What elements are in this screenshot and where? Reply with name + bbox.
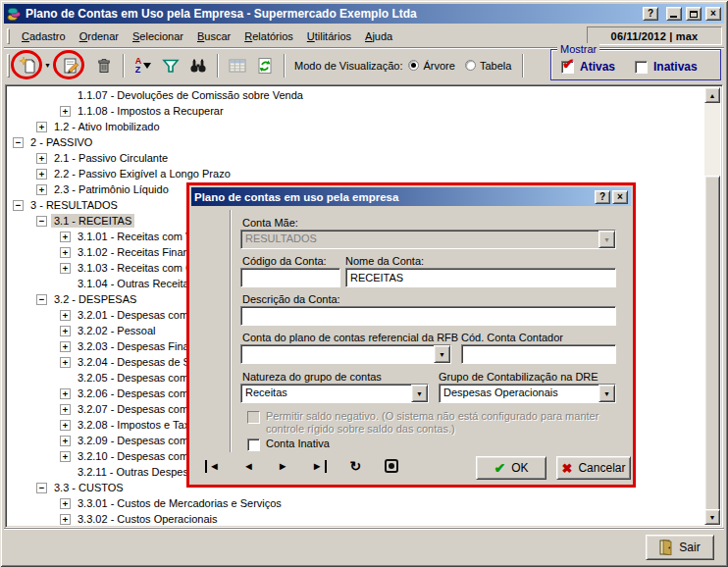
cancel-label: Cancelar	[578, 461, 625, 475]
expand-icon[interactable]: +	[60, 436, 71, 446]
cancel-button[interactable]: ✖ Cancelar	[556, 456, 631, 480]
menu-item-buscar[interactable]: Buscar	[190, 27, 237, 45]
collapse-icon[interactable]: −	[13, 200, 24, 211]
descricao-input[interactable]	[240, 306, 616, 326]
sort-button[interactable]: AZ	[130, 52, 157, 79]
expand-icon[interactable]: +	[60, 247, 71, 258]
expand-icon[interactable]: +	[60, 326, 71, 336]
new-dropdown-arrow[interactable]: ▼	[42, 52, 53, 79]
refresh-button[interactable]	[251, 52, 279, 79]
expand-icon[interactable]: +	[60, 514, 71, 525]
post-record-icon[interactable]	[385, 459, 398, 473]
menu-item-relatorios[interactable]: Relatórios	[237, 27, 300, 45]
dialog-help-button[interactable]: ?	[595, 190, 610, 204]
delete-account-button[interactable]	[90, 52, 118, 79]
table-icon	[228, 56, 247, 76]
filter-button[interactable]	[157, 52, 184, 79]
nome-input[interactable]	[345, 268, 616, 287]
tree-item[interactable]: +2.2 - Passivo Exigível a Longo Prazo	[8, 166, 704, 181]
maximize-button[interactable]	[686, 7, 702, 21]
app-icon	[7, 7, 22, 22]
refresh-record-icon[interactable]: ↻	[350, 460, 362, 473]
saldo-negativo-checkbox: Permitir saldo negativo. (O sistema não …	[247, 410, 618, 436]
tree-item[interactable]: +1.1.08 - Impostos a Recuperar	[8, 103, 704, 119]
menu-item-ordenar[interactable]: Ordenar	[73, 27, 126, 45]
dre-combo[interactable]: Despesas Operacionais ▼	[439, 384, 616, 403]
tree-item-label: 3.2.08 - Impostos e Taxa	[75, 418, 198, 432]
new-account-button[interactable]	[15, 52, 42, 79]
tree-item-label: 3.2.07 - Despesas com F	[75, 402, 201, 416]
tree-item-label: 3.2.09 - Despesas com P	[75, 434, 202, 447]
tree-scrollbar[interactable]: ▲ ▼	[704, 87, 720, 525]
edit-icon	[61, 56, 80, 76]
check-icon: ✔	[494, 460, 505, 476]
minimize-button[interactable]	[666, 7, 682, 21]
sair-button[interactable]: Sair	[646, 535, 714, 560]
expand-icon[interactable]: +	[36, 122, 47, 132]
chevron-down-icon[interactable]: ▼	[598, 385, 615, 402]
search-button[interactable]	[184, 52, 212, 79]
expand-icon[interactable]: +	[36, 184, 47, 195]
dialog-close-button[interactable]: ×	[612, 190, 628, 204]
expand-icon[interactable]: +	[60, 498, 71, 509]
tree-item[interactable]: +2.1 - Passivo Circulante	[8, 150, 704, 166]
collapse-icon[interactable]: −	[36, 216, 47, 227]
table-view-button[interactable]	[224, 52, 251, 79]
tree-item[interactable]: 1.1.07 - Devoluções de Comissão sobre Ve…	[8, 87, 704, 103]
view-mode-label: Modo de Visualização:	[294, 60, 402, 72]
menu-item-selecionar[interactable]: Selecionar	[126, 27, 190, 45]
scrollbar-thumb[interactable]	[704, 176, 720, 511]
scroll-up-icon[interactable]: ▲	[704, 87, 720, 103]
x-icon: ✖	[562, 461, 573, 476]
collapse-icon[interactable]: −	[13, 137, 24, 148]
expand-icon[interactable]: +	[60, 357, 71, 368]
collapse-icon[interactable]: −	[36, 294, 47, 305]
menu-item-cadastro[interactable]: Cadastro	[15, 27, 73, 45]
tree-item[interactable]: −2 - PASSIVO	[8, 134, 704, 150]
nome-label: Nome da Conta:	[345, 255, 424, 267]
door-icon	[659, 540, 673, 555]
inativas-checkbox[interactable]	[635, 61, 648, 74]
expand-icon[interactable]: +	[60, 404, 71, 415]
chevron-down-icon[interactable]: ▼	[434, 345, 450, 363]
first-record-icon[interactable]: ◄	[205, 460, 220, 473]
expand-icon[interactable]: +	[60, 310, 71, 321]
natureza-combo[interactable]: Receitas ▼	[240, 384, 429, 403]
tree-item[interactable]: +3.3.01 - Custos de Mercadorias e Serviç…	[8, 495, 704, 511]
ok-button[interactable]: ✔ OK	[476, 456, 546, 480]
expand-icon[interactable]: +	[60, 106, 71, 117]
tree-item[interactable]: +3.3.02 - Custos Operacionais	[8, 511, 704, 525]
toolbar-grip[interactable]	[7, 54, 10, 77]
expand-icon[interactable]: +	[60, 232, 71, 242]
edit-account-button[interactable]	[57, 52, 84, 79]
ativas-checkbox[interactable]: ✔	[561, 61, 574, 74]
next-record-icon[interactable]: ►	[278, 460, 288, 473]
last-record-icon[interactable]: ►	[312, 460, 327, 473]
expand-icon[interactable]: +	[60, 341, 71, 352]
close-button[interactable]: ×	[705, 7, 721, 21]
rfb-combo[interactable]: ▼	[240, 344, 451, 364]
tree-item[interactable]: +1.2 - Ativo Imobilizado	[8, 119, 704, 134]
expand-icon[interactable]: +	[60, 420, 71, 431]
tree-item-label: 1.1.07 - Devoluções de Comissão sobre Ve…	[75, 88, 306, 102]
scroll-down-icon[interactable]: ▼	[704, 509, 720, 525]
help-button[interactable]: ?	[643, 7, 658, 21]
conta-inativa-checkbox[interactable]: Conta Inativa	[247, 438, 330, 451]
contador-input[interactable]	[461, 344, 616, 364]
expand-icon[interactable]: +	[60, 451, 71, 462]
radio-arvore[interactable]: Árvore	[408, 60, 454, 72]
expand-icon[interactable]: +	[60, 388, 71, 399]
menu-item-utilitarios[interactable]: Utilitários	[300, 27, 358, 45]
collapse-icon[interactable]: −	[36, 483, 47, 493]
menubar-grip[interactable]	[7, 28, 10, 44]
chevron-down-icon[interactable]: ▼	[411, 385, 428, 402]
codigo-input[interactable]	[240, 268, 340, 287]
radio-tabela[interactable]: Tabela	[465, 60, 511, 72]
rfb-label: Conta do plano de contas referencial da …	[242, 332, 458, 343]
previous-record-icon[interactable]: ◄	[243, 460, 254, 473]
maximize-icon	[690, 11, 698, 18]
menu-item-ajuda[interactable]: Ajuda	[358, 27, 399, 45]
expand-icon[interactable]: +	[36, 153, 47, 164]
expand-icon[interactable]: +	[60, 263, 71, 274]
expand-icon[interactable]: +	[36, 169, 47, 180]
